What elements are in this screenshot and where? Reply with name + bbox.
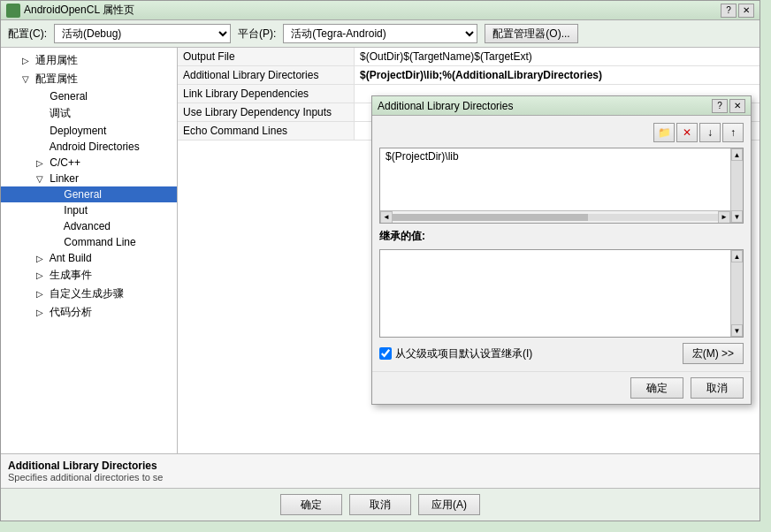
list-item-0[interactable]: $(ProjectDir)\lib (380, 148, 730, 164)
prop-name-output-file: Output File (178, 48, 355, 65)
sidebar-item-label-custom-steps: 自定义生成步骤 (50, 287, 124, 300)
dialog-title-buttons: ? ✕ (712, 99, 745, 113)
sidebar-item-custom-steps[interactable]: ▷ 自定义生成步骤 (1, 285, 177, 303)
sidebar-item-deployment[interactable]: Deployment (1, 123, 177, 139)
sidebar: ▷ 通用属性 ▽ 配置属性 General 调试 Deployment An (1, 48, 178, 453)
sidebar-item-code-analysis[interactable]: ▷ 代码分析 (1, 303, 177, 322)
sidebar-item-label-code-analysis: 代码分析 (50, 306, 92, 318)
inherited-area: ▲ ▼ (379, 249, 744, 338)
inherit-checkbox-label: 从父级或项目默认设置继承(I) (395, 346, 532, 361)
sidebar-item-ant-build[interactable]: ▷ Ant Build (1, 250, 177, 266)
expand-icon-config-props: ▽ (19, 74, 33, 84)
prop-value-additional-lib-dirs: $(ProjectDir)\lib;%(AdditionalLibraryDir… (355, 66, 760, 84)
help-button[interactable]: ? (721, 4, 737, 18)
dialog-title-text: Additional Library Directories (378, 100, 513, 112)
sidebar-item-label-android-dirs: Android Directories (50, 141, 140, 153)
h-scroll-left-btn[interactable]: ◄ (380, 211, 393, 224)
list-inner: $(ProjectDir)\lib ◄ ► (380, 148, 730, 223)
sidebar-item-label-cpp: C/C++ (50, 156, 80, 169)
sidebar-item-build-events[interactable]: ▷ 生成事件 (1, 266, 177, 285)
expand-icon-custom-steps: ▷ (33, 289, 47, 299)
dialog-title-bar: Additional Library Directories ? ✕ (372, 96, 751, 116)
inherited-v-scroll-up-btn[interactable]: ▲ (731, 250, 743, 262)
expand-icon-ant-build: ▷ (33, 254, 47, 263)
sidebar-item-general-props[interactable]: ▷ 通用属性 (1, 51, 177, 70)
prop-name-echo-cmdlines: Echo Command Lines (178, 122, 355, 140)
title-bar-buttons: ? ✕ (721, 4, 754, 18)
move-up-button[interactable]: ↑ (722, 123, 744, 142)
sidebar-item-linker-advanced[interactable]: Advanced (1, 218, 177, 234)
dialog-cancel-button[interactable]: 取消 (691, 377, 744, 399)
inherited-content (380, 250, 730, 337)
expand-icon-code-analysis: ▷ (33, 308, 47, 317)
main-ok-button[interactable]: 确定 (280, 494, 342, 515)
prop-row-output-file: Output File $(OutDir)$(TargetName)$(Targ… (178, 48, 760, 66)
expand-icon-build-events: ▷ (33, 270, 47, 280)
sidebar-item-linker-input[interactable]: Input (1, 202, 177, 218)
checkbox-macro-row: 从父级或项目默认设置继承(I) 宏(M) >> (379, 343, 744, 364)
sidebar-item-label-linker: Linker (50, 172, 79, 185)
app-icon (6, 4, 20, 18)
v-scroll-up-btn[interactable]: ▲ (731, 148, 743, 161)
expand-icon-cpp: ▷ (33, 158, 47, 168)
dialog-body: 📁 ✕ ↓ ↑ $(ProjectDir)\lib (372, 116, 751, 371)
bottom-buttons: 确定 取消 应用(A) (1, 488, 760, 521)
dialog-close-button[interactable]: ✕ (729, 99, 745, 113)
sidebar-item-label-linker-advanced: Advanced (64, 220, 111, 232)
sidebar-item-linker[interactable]: ▽ Linker (1, 171, 177, 186)
folder-icon: 📁 (658, 126, 671, 139)
inherited-v-scroll-down-btn[interactable]: ▼ (731, 324, 743, 337)
sidebar-item-label-general: General (50, 90, 88, 103)
h-scrollbar[interactable]: ◄ ► (380, 210, 730, 223)
sidebar-item-android-dirs[interactable]: Android Directories (1, 139, 177, 155)
sidebar-item-label-general-props: 通用属性 (35, 54, 78, 66)
sidebar-item-linker-general[interactable]: General (1, 186, 177, 202)
config-manager-button[interactable]: 配置管理器(O)... (485, 24, 577, 43)
v-scroll-down-btn[interactable]: ▼ (731, 210, 743, 223)
prop-name-additional-lib-dirs: Additional Library Directories (178, 66, 355, 84)
list-area: $(ProjectDir)\lib ◄ ► ▲ ▼ (379, 148, 744, 224)
h-scroll-track (393, 214, 718, 221)
inherit-checkbox[interactable] (379, 347, 392, 360)
sidebar-item-label-build-events: 生成事件 (50, 269, 92, 281)
move-down-button[interactable]: ↓ (699, 123, 721, 142)
additional-lib-dirs-dialog[interactable]: Additional Library Directories ? ✕ 📁 ✕ ↓ (371, 95, 752, 405)
sidebar-item-debug[interactable]: 调试 (1, 104, 177, 123)
dialog-toolbar: 📁 ✕ ↓ ↑ (379, 123, 744, 142)
platform-select[interactable]: 活动(Tegra-Android) (283, 24, 477, 43)
inherit-checkbox-row: 从父级或项目默认设置继承(I) (379, 346, 532, 361)
inherited-label: 继承的值: (379, 229, 744, 244)
sidebar-item-label-linker-cmdline: Command Line (64, 236, 135, 248)
v-scrollbar: ▲ ▼ (730, 148, 743, 223)
delete-button[interactable]: ✕ (676, 123, 698, 142)
dialog-help-button[interactable]: ? (712, 99, 728, 113)
sidebar-item-cpp[interactable]: ▷ C/C++ (1, 155, 177, 171)
dialog-bottom: 确定 取消 (372, 371, 751, 404)
sidebar-item-config-props[interactable]: ▽ 配置属性 (1, 70, 177, 88)
sidebar-item-general[interactable]: General (1, 88, 177, 104)
delete-icon: ✕ (683, 126, 691, 139)
sidebar-item-label-config-props: 配置属性 (35, 72, 78, 85)
inherited-v-scroll-track (731, 262, 743, 324)
dialog-ok-button[interactable]: 确定 (630, 377, 683, 399)
config-label: 配置(C): (8, 27, 47, 42)
sidebar-item-label-linker-input: Input (64, 204, 88, 217)
prop-row-additional-lib-dirs: Additional Library Directories $(Project… (178, 66, 760, 85)
close-button[interactable]: ✕ (738, 4, 754, 18)
sidebar-item-label-ant-build: Ant Build (50, 252, 92, 264)
platform-label: 平台(P): (238, 27, 276, 42)
window-title: AndroidOpenCL 属性页 (24, 3, 134, 18)
config-select[interactable]: 活动(Debug) (54, 24, 231, 43)
prop-name-link-lib-deps: Link Library Dependencies (178, 85, 355, 103)
arrow-down-icon: ↓ (707, 126, 713, 139)
expand-icon-general-props: ▷ (19, 56, 33, 65)
sidebar-item-linker-cmdline[interactable]: Command Line (1, 234, 177, 250)
list-content: $(ProjectDir)\lib (380, 148, 730, 210)
folder-button[interactable]: 📁 (653, 123, 675, 142)
sidebar-item-label-deployment: Deployment (50, 125, 106, 137)
prop-value-output-file: $(OutDir)$(TargetName)$(TargetExt) (355, 48, 760, 65)
macro-button[interactable]: 宏(M) >> (683, 343, 744, 364)
h-scroll-right-btn[interactable]: ► (718, 211, 730, 224)
main-apply-button[interactable]: 应用(A) (418, 494, 480, 515)
main-cancel-button[interactable]: 取消 (349, 494, 411, 515)
